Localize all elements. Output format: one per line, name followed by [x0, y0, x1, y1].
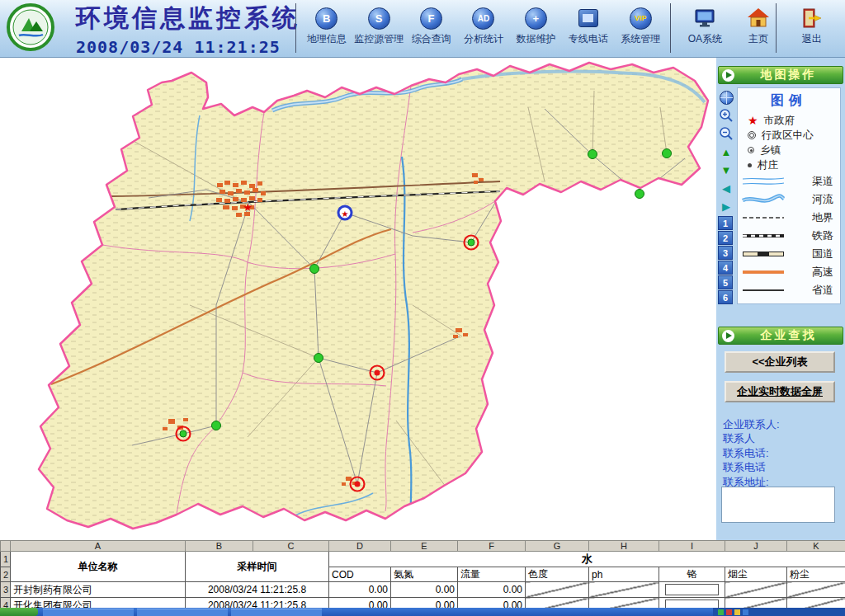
nav-hotline[interactable]: 专线电话	[562, 4, 614, 46]
nav-label: 退出	[802, 32, 822, 46]
nav-label: 综合查询	[412, 32, 451, 46]
datetime-display: 2008/03/24 11:21:25	[76, 37, 300, 57]
legend-item: 省道	[738, 281, 840, 299]
arrow-left-icon[interactable]: ◀	[718, 180, 734, 196]
enterprise-fullscreen-button[interactable]: 企业实时数据全屏	[725, 381, 835, 402]
phone-link[interactable]: 联系电话	[723, 460, 766, 475]
monitor-point-green[interactable]	[314, 354, 323, 363]
zoom-level-3[interactable]: 3	[718, 246, 733, 260]
nav-label: 系统管理	[621, 32, 660, 46]
flow-value-cell: 0.00	[458, 582, 526, 598]
nav-label: OA系统	[688, 32, 722, 46]
nav-home[interactable]: 主页	[732, 4, 785, 46]
zoom-in-icon[interactable]	[718, 107, 734, 124]
nav-label: 地理信息	[307, 32, 347, 46]
enterprise-search-header[interactable]: 企业查找	[718, 327, 843, 345]
monitor-point-green[interactable]	[588, 150, 597, 159]
nav-oa-system[interactable]: OA系统	[678, 4, 731, 46]
legend-item: ★ 市政府	[738, 113, 840, 128]
arrow-down-icon[interactable]: ▼	[718, 162, 734, 178]
name-header: 单位名称	[11, 552, 186, 582]
start-button[interactable]	[0, 608, 38, 616]
legend-label: 地界	[812, 210, 833, 225]
globe-icon[interactable]	[718, 89, 734, 106]
tray-icon[interactable]	[718, 609, 724, 615]
sidebar: 地图操作 ▲ ▼ ◀ ▶ 1 2 3 4 5 6 图例 ★ 市政府 行政区中心	[716, 58, 845, 540]
panel-title: 地图操作	[734, 68, 843, 82]
river-band-icon	[741, 194, 786, 205]
legend-item: 行政区中心	[738, 128, 840, 143]
monitor-point-green[interactable]	[635, 190, 644, 199]
nav-exit[interactable]: 退出	[786, 4, 838, 46]
chromium-cell	[659, 582, 725, 598]
app-title: 环境信息监控系统	[76, 2, 300, 35]
table-row: 1 单位名称 采样时间 水	[1, 552, 845, 567]
home-icon	[746, 4, 771, 32]
zoom-out-icon[interactable]	[718, 125, 734, 142]
address-input[interactable]	[721, 487, 835, 523]
empty-cell	[526, 582, 589, 598]
realtime-data-table[interactable]: AB CD EF GH IJ K 1 单位名称 采样时间 水 2 COD 氨氮 …	[0, 540, 845, 614]
legend-label: 市政府	[764, 114, 795, 128]
city-gov-marker[interactable]: ★	[338, 206, 352, 219]
highway-line-icon	[741, 266, 786, 278]
value-input-box[interactable]	[665, 584, 719, 595]
geo-ball-icon: B	[315, 4, 338, 32]
provincial-road-icon	[741, 284, 786, 296]
tray-icon[interactable]	[726, 609, 732, 615]
legend-item: 地界	[738, 209, 840, 227]
zoom-level-2[interactable]: 2	[718, 231, 733, 245]
tray-icon[interactable]	[734, 609, 740, 615]
zoom-level-5[interactable]: 5	[718, 275, 733, 289]
monitor-point-green[interactable]	[663, 149, 672, 158]
table-row[interactable]: 3 开封制药有限公司 2008/03/24 11:21:25.8 0.00 0.…	[1, 582, 845, 598]
query-ball-icon: F	[420, 4, 442, 32]
legend-label: 铁路	[812, 228, 833, 243]
map-operations-header[interactable]: 地图操作	[718, 66, 843, 84]
taskbar-window-button[interactable]	[137, 609, 228, 616]
railway-line-icon	[741, 230, 786, 242]
contact-link[interactable]: 联系人	[723, 431, 755, 446]
legend-label: 省道	[812, 283, 833, 298]
svg-text:★: ★	[342, 209, 349, 219]
zoom-level-4[interactable]: 4	[718, 261, 733, 275]
tray-icon[interactable]	[743, 609, 748, 615]
legend-item: 渠道	[738, 172, 840, 190]
monitor-point-green[interactable]	[212, 421, 221, 430]
panel-title: 企业查找	[734, 328, 843, 343]
vip-ball-icon: VIP	[630, 4, 652, 32]
enterprise-name-cell: 开封制药有限公司	[11, 582, 186, 598]
taskbar-window-button[interactable]	[231, 609, 322, 616]
monitor-point-green[interactable]	[310, 265, 319, 274]
phone-square-icon	[578, 4, 598, 32]
empty-cell	[725, 582, 787, 598]
taskbar-window-button[interactable]	[43, 609, 134, 616]
nav-geo-info[interactable]: B 地理信息	[300, 4, 352, 46]
legend-item: 国道	[738, 245, 840, 263]
nav-stats[interactable]: AD 分析统计	[457, 4, 509, 46]
nav-label: 分析统计	[464, 32, 503, 46]
nav-data-maintain[interactable]: + 数据维护	[510, 4, 562, 46]
city-gov-star-icon: ★	[243, 201, 253, 214]
nav-query[interactable]: F 综合查询	[405, 4, 457, 46]
map-area[interactable]: ★	[0, 58, 716, 540]
arrow-up-icon[interactable]: ▲	[718, 143, 734, 160]
main-nav: B 地理信息 S 监控源管理 F 综合查询 AD 分析统计 + 数据维护 专线电…	[300, 4, 667, 46]
nav-source-mgmt[interactable]: S 监控源管理	[352, 4, 404, 46]
double-circle-icon	[748, 131, 756, 139]
phone-label: 联系电话:	[723, 446, 769, 461]
legend-item: 铁路	[738, 227, 840, 245]
enterprise-list-button[interactable]: <<企业列表	[725, 351, 835, 373]
stats-ball-icon: AD	[472, 4, 494, 32]
circle-dot-icon	[748, 147, 754, 153]
legend-item: 乡镇	[738, 143, 840, 158]
region-map[interactable]: ★	[0, 58, 716, 540]
nav-system-mgmt[interactable]: VIP 系统管理	[615, 4, 667, 46]
legend-label: 乡镇	[760, 143, 781, 158]
canal-lines-icon	[741, 176, 786, 187]
arrow-right-icon[interactable]: ▶	[718, 198, 734, 214]
nav-label: 主页	[748, 32, 768, 46]
zoom-level-6[interactable]: 6	[718, 290, 733, 304]
app-logo	[7, 3, 54, 51]
zoom-level-1[interactable]: 1	[718, 216, 733, 230]
